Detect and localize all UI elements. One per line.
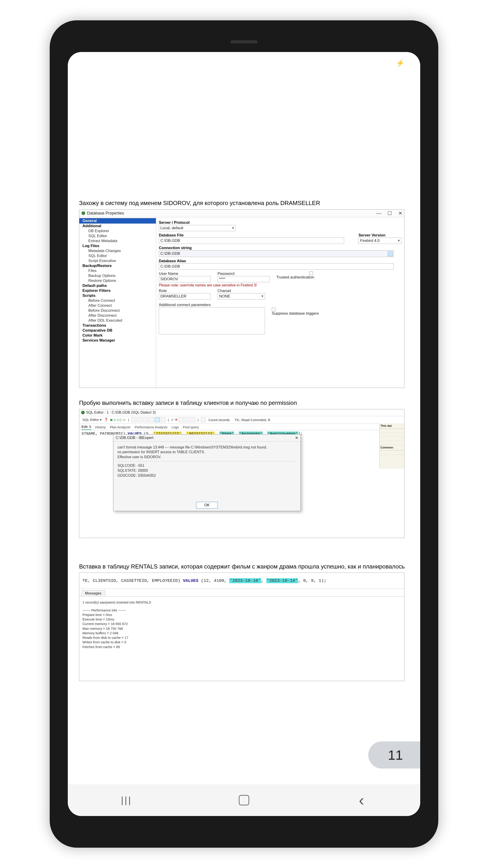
- username-input[interactable]: SIDOROV: [159, 276, 211, 282]
- tb-btn[interactable]: [185, 417, 190, 422]
- tb-btn[interactable]: [149, 417, 154, 422]
- tree-item[interactable]: Files: [79, 268, 156, 273]
- sql-editor-titlebar: SQL Editor : 1 : C:\DB.GDB (SQL Dialect …: [79, 409, 404, 416]
- side-item[interactable]: [380, 451, 404, 455]
- conn-string-readonly: C:\DB.GDB: [159, 250, 394, 257]
- tree-item[interactable]: Explorer Filters: [79, 288, 156, 293]
- db-file-input[interactable]: C:\DB.GDB: [159, 238, 344, 244]
- minimize-icon[interactable]: —: [376, 211, 381, 216]
- ok-button[interactable]: OK: [196, 502, 218, 508]
- tb-btn[interactable]: [143, 417, 148, 422]
- error-title: C:\DB.GDB - IBExpert: [116, 436, 153, 440]
- code-end: , 0, 9, 1);: [298, 578, 326, 583]
- charset-select[interactable]: NONE: [218, 293, 265, 300]
- section3-heading: Вставка в таблицу RENTALS записи, котора…: [79, 563, 409, 570]
- tree-selected-general[interactable]: General: [79, 218, 156, 223]
- suppress-triggers-label: Suppress database triggers: [272, 311, 319, 316]
- tb-btn[interactable]: [201, 417, 206, 422]
- tab-perf[interactable]: Performance Analysis: [135, 425, 167, 430]
- android-navbar: [68, 784, 420, 816]
- tree-item[interactable]: DB Explorer: [79, 228, 156, 234]
- close-icon[interactable]: ✕: [398, 211, 402, 216]
- tab-find[interactable]: Find query: [183, 425, 199, 430]
- role-label: Role: [159, 289, 211, 293]
- err-line: Effective user is SIDOROV.: [118, 455, 296, 460]
- tree-item[interactable]: Additional: [79, 223, 156, 228]
- code-hl: '2023-10-10': [229, 578, 261, 583]
- tree-item[interactable]: Transactions: [79, 323, 156, 328]
- sql-editor-window: SQL Editor : 1 : C:\DB.GDB (SQL Dialect …: [79, 409, 404, 538]
- db-properties-titlebar: Database Properties — ☐ ✕: [79, 210, 404, 217]
- side-item[interactable]: [380, 433, 404, 437]
- tree-item[interactable]: SQL Editor: [79, 234, 156, 239]
- nav-recent-icon[interactable]: [120, 794, 133, 807]
- tree-item[interactable]: Log Files: [79, 243, 156, 248]
- tree-item[interactable]: Script Executive: [79, 258, 156, 264]
- tree-item[interactable]: Default paths: [79, 283, 156, 288]
- server-protocol-label: Server / Protocol: [159, 220, 401, 225]
- charset-label: Charset: [218, 289, 265, 293]
- tree-item[interactable]: Scripts: [79, 293, 156, 298]
- tree-item[interactable]: Color Mark: [79, 333, 156, 338]
- sql-code3[interactable]: TE, CLIENTSID, CASSETTEID, EMPLOYEEID) V…: [79, 573, 404, 589]
- side-item[interactable]: [380, 429, 404, 433]
- tb-btn[interactable]: [137, 417, 142, 422]
- tab-logs[interactable]: Logs: [171, 425, 179, 430]
- maximize-icon[interactable]: ☐: [387, 211, 392, 216]
- messages-body: 1 record(s) was(were) inserted into RENT…: [79, 596, 404, 681]
- tree-item[interactable]: After DDL Executed: [79, 318, 156, 323]
- db-properties-window: Database Properties — ☐ ✕ General Additi…: [79, 209, 404, 388]
- tree-item[interactable]: Services Manager: [79, 338, 156, 343]
- conn-string-label: Connection string: [159, 246, 401, 250]
- messages-tabrow: Messages: [79, 589, 404, 596]
- msg-line: 1 record(s) was(were) inserted into RENT…: [83, 600, 401, 604]
- tree-item[interactable]: Backup Options: [79, 273, 156, 278]
- addl-params-textarea[interactable]: [159, 307, 265, 334]
- tab-plan[interactable]: Plan Analyzer: [110, 425, 131, 430]
- tree-item[interactable]: SQL Editor: [79, 253, 156, 258]
- close-icon[interactable]: ✕: [295, 436, 298, 440]
- tb-btn[interactable]: [161, 417, 166, 422]
- addl-params-label: Additional connect parameters: [159, 303, 265, 307]
- db-alias-input[interactable]: C:\DB.GDB: [159, 264, 394, 270]
- tree-item[interactable]: After Disconnect: [79, 313, 156, 318]
- properties-tree[interactable]: General Additional DB Explorer SQL Edito…: [79, 217, 156, 388]
- tree-item[interactable]: Restore Options: [79, 278, 156, 283]
- tree-item[interactable]: Extract Metadata: [79, 239, 156, 243]
- perf-line: Current memory = 18 650 672: [83, 622, 401, 626]
- page-number: 11: [388, 747, 403, 763]
- toolbar-label[interactable]: SQL Editor ▾: [83, 418, 102, 422]
- tree-item[interactable]: Before Connect: [79, 298, 156, 303]
- tree-item[interactable]: Metadata Changes: [79, 248, 156, 253]
- server-version-select[interactable]: Firebird 4.0: [359, 238, 401, 244]
- err-line: no permission for INSERT access to TABLE…: [118, 450, 296, 455]
- tb-btn[interactable]: [131, 417, 136, 422]
- sql-insert-window: TE, CLIENTSID, CASSETTEID, EMPLOYEEID) V…: [79, 572, 404, 681]
- suppress-triggers-checkbox[interactable]: [272, 308, 275, 311]
- side-item[interactable]: [380, 437, 404, 441]
- nav-back-icon[interactable]: [355, 794, 368, 807]
- password-input[interactable]: ****: [218, 276, 269, 282]
- sql-tabs: Edit: 5 History Plan Analyzer Performanc…: [79, 424, 404, 430]
- tb-btn[interactable]: [179, 417, 184, 422]
- side-item[interactable]: [380, 441, 404, 445]
- role-input[interactable]: DRAMSELLER: [159, 293, 211, 300]
- tree-item[interactable]: Comparative DB: [79, 328, 156, 333]
- tb-btn[interactable]: [191, 417, 195, 422]
- tablet-frame: Захожу в систему под именем SIDOROV, для…: [50, 20, 438, 848]
- tab-edit[interactable]: Edit: 5: [82, 425, 91, 430]
- messages-tab[interactable]: Messages: [81, 590, 105, 596]
- tree-item[interactable]: Backup/Restore: [79, 264, 156, 268]
- tab-history[interactable]: History: [95, 425, 106, 430]
- tree-item[interactable]: After Connect: [79, 303, 156, 308]
- side-panel: This dat Common: [379, 423, 404, 469]
- error-dialog: C:\DB.GDB - IBExpert ✕ can't format mess…: [113, 434, 301, 511]
- nav-home-icon[interactable]: [237, 794, 251, 807]
- server-protocol-select[interactable]: Local, default: [159, 225, 236, 231]
- trusted-auth-checkbox[interactable]: [309, 272, 313, 275]
- tree-item[interactable]: Before Disconnect: [79, 308, 156, 313]
- properties-form: Server / Protocol Local, default Databas…: [156, 217, 404, 388]
- tb-btn-active[interactable]: [155, 417, 160, 422]
- server-version-label: Server Version: [359, 233, 401, 238]
- count-records-label[interactable]: Count records: [208, 418, 230, 422]
